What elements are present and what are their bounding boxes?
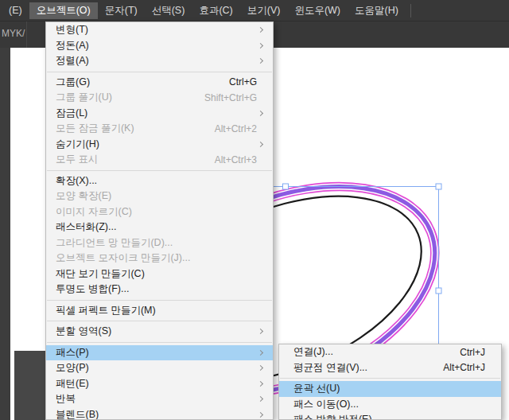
chevron-right-icon — [258, 43, 263, 49]
menu-item: 오브젝트 모자이크 만들기(J)... — [46, 251, 273, 266]
path-submenu-panel: 연결(J)...Ctrl+J평균점 연결(V)...Alt+Ctrl+J윤곽 선… — [278, 344, 502, 420]
selection-handle-top-middle[interactable] — [283, 184, 289, 189]
menu-item-label: 반복 — [56, 392, 76, 406]
chevron-right-icon — [258, 27, 263, 33]
menu-item-label: 그룹 풀기(U) — [56, 91, 112, 104]
left-toolbar-strip — [0, 48, 10, 420]
menu-item[interactable]: 확장(X)... — [46, 173, 273, 189]
selection-handle-top-right[interactable] — [436, 184, 441, 189]
object-menu-panel: 변형(T)정돈(A)정렬(A)그룹(G)Ctrl+G그룹 풀기(U)Shift+… — [45, 21, 274, 420]
menu-item-label: 숨기기(H) — [56, 138, 99, 151]
menu-separator — [47, 342, 272, 343]
menu-item-label: 모양(P) — [56, 361, 89, 375]
menu-item[interactable]: 그룹(G)Ctrl+G — [46, 75, 273, 91]
menu-item-shortcut: Alt+Ctrl+3 — [215, 154, 266, 165]
menu-item-label: 패스 방향 반전(E) — [293, 413, 372, 420]
menu-separator — [47, 170, 272, 171]
menubar-item[interactable]: (E) — [2, 2, 29, 19]
menu-item-shortcut: Alt+Ctrl+J — [443, 362, 495, 373]
menu-item[interactable]: 재단 보기 만들기(C) — [46, 266, 273, 282]
menu-item-label: 재단 보기 만들기(C) — [56, 267, 145, 281]
menu-item-shortcut: Ctrl+G — [229, 76, 266, 88]
menubar-item[interactable]: 윈도우(W) — [287, 2, 348, 19]
selection-handle-right-middle[interactable] — [436, 288, 441, 294]
menu-item[interactable]: 픽셀 퍼펙트 만들기(M) — [46, 303, 273, 319]
menu-item-label: 모든 잠금 풀기(K) — [56, 122, 134, 135]
menu-item[interactable]: 분할 영역(S) — [46, 324, 273, 340]
menu-item: 모두 표시Alt+Ctrl+3 — [46, 152, 273, 168]
menu-item-label: 이미지 자르기(C) — [56, 205, 132, 219]
menu-item[interactable]: 블렌드(B) — [46, 407, 273, 420]
menu-item-label: 잠금(L) — [56, 107, 87, 120]
menu-item[interactable]: 반복 — [46, 391, 273, 407]
menu-item-label: 평균점 연결(V)... — [293, 361, 367, 375]
document-tab-label[interactable]: MYK/ — [2, 28, 25, 39]
menu-item-label: 패스 이동(O)... — [293, 398, 359, 411]
menu-separator — [280, 378, 500, 379]
menu-item-shortcut: Alt+Ctrl+2 — [215, 123, 266, 134]
chevron-right-icon — [258, 329, 263, 334]
menu-item[interactable]: 정렬(A) — [46, 53, 273, 69]
menu-item-shortcut: Ctrl+J — [460, 347, 495, 358]
menu-item-label: 픽셀 퍼펙트 만들기(M) — [56, 304, 156, 317]
menu-item: 모든 잠금 풀기(K)Alt+Ctrl+2 — [46, 121, 273, 137]
menu-item-label: 윤곽 선(U) — [293, 382, 340, 395]
menu-item[interactable]: 잠금(L) — [46, 106, 273, 122]
menubar-item[interactable]: 문자(T) — [98, 2, 145, 19]
menu-item: 이미지 자르기(C) — [46, 204, 273, 220]
menu-item-label: 정렬(A) — [56, 54, 89, 68]
menubar-item[interactable]: 도움말(H) — [348, 2, 406, 19]
menu-item-shortcut: Shift+Ctrl+G — [204, 92, 266, 103]
chevron-right-icon — [258, 396, 263, 402]
chevron-right-icon — [258, 412, 263, 418]
menu-item: 그룹 풀기(U)Shift+Ctrl+G — [46, 90, 273, 106]
document-tab-edge — [26, 21, 27, 48]
chevron-right-icon — [258, 58, 263, 64]
menu-item-label: 확장(X)... — [56, 174, 97, 188]
chevron-right-icon — [258, 365, 263, 371]
menubar: (E)오브젝트(O)문자(T)선택(S)효과(C)보기(V)윈도우(W)도움말(… — [0, 0, 509, 21]
pasteboard-area — [14, 351, 45, 420]
menu-item[interactable]: 윤곽 선(U) — [279, 381, 501, 397]
menu-item: 모양 확장(E) — [46, 189, 273, 204]
menu-item[interactable]: 숨기기(H) — [46, 137, 273, 153]
menubar-divider — [410, 4, 411, 18]
menubar-item[interactable]: 오브젝트(O) — [29, 2, 98, 19]
menu-item[interactable]: 투명도 병합(F)... — [46, 282, 273, 298]
menu-item-label: 분할 영역(S) — [56, 325, 111, 338]
menu-item[interactable]: 패스 이동(O)... — [279, 397, 501, 413]
menu-item[interactable]: 변형(T) — [46, 22, 273, 38]
menu-item-label: 래스터화(Z)... — [56, 220, 116, 234]
menu-item[interactable]: 평균점 연결(V)...Alt+Ctrl+J — [279, 360, 501, 376]
menu-item-label: 모양 확장(E) — [56, 189, 111, 203]
menu-item-label: 블렌드(B) — [56, 408, 99, 420]
menu-separator — [47, 72, 272, 72]
menu-item-label: 정돈(A) — [56, 39, 89, 52]
menu-item[interactable]: 패스(P) — [46, 345, 273, 361]
menu-item[interactable]: 연결(J)...Ctrl+J — [279, 344, 501, 360]
chevron-right-icon — [258, 111, 263, 116]
menu-separator — [47, 321, 272, 321]
menu-item: 그라디언트 망 만들기(D)... — [46, 235, 273, 251]
menu-item-label: 그룹(G) — [56, 76, 90, 89]
menu-item[interactable]: 래스터화(Z)... — [46, 220, 273, 235]
menu-item-label: 변형(T) — [56, 23, 88, 37]
menu-item-label: 패스(P) — [56, 346, 89, 360]
menu-item-label: 패턴(E) — [56, 377, 89, 391]
menu-item-label: 투명도 병합(F)... — [56, 282, 129, 296]
menubar-item[interactable]: 선택(S) — [145, 2, 192, 19]
menu-item-label: 모두 표시 — [56, 153, 98, 166]
menu-separator — [47, 300, 272, 301]
menu-item-label: 연결(J)... — [293, 345, 333, 359]
menu-item[interactable]: 패스 방향 반전(E) — [279, 412, 501, 420]
menubar-item[interactable]: 효과(C) — [192, 2, 239, 19]
menu-item[interactable]: 패턴(E) — [46, 376, 273, 392]
menu-item[interactable]: 모양(P) — [46, 360, 273, 376]
chevron-right-icon — [258, 350, 263, 356]
menu-item-label: 오브젝트 모자이크 만들기(J)... — [56, 251, 190, 265]
chevron-right-icon — [258, 142, 263, 147]
menubar-item[interactable]: 보기(V) — [240, 2, 288, 19]
chevron-right-icon — [258, 381, 263, 387]
menu-item-label: 그라디언트 망 만들기(D)... — [56, 236, 173, 250]
menu-item[interactable]: 정돈(A) — [46, 38, 273, 54]
